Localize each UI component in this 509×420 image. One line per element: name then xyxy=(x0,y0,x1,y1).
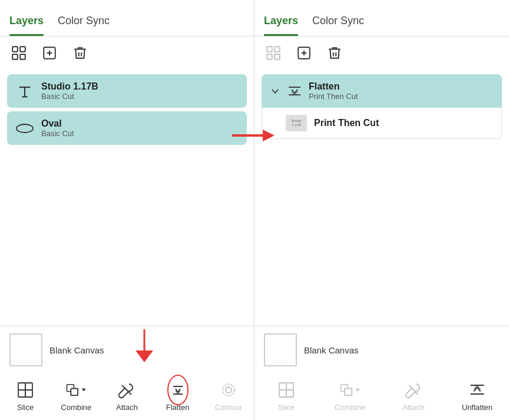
left-toolbar xyxy=(0,37,254,70)
right-tab-color-sync[interactable]: Color Sync xyxy=(312,8,364,36)
svg-rect-38 xyxy=(279,390,286,397)
right-bottom-bar: Blank Canvas Slice xyxy=(254,326,509,420)
svg-rect-36 xyxy=(279,383,286,390)
flatten-button[interactable]: Flatten xyxy=(160,379,196,412)
svg-rect-0 xyxy=(12,47,18,52)
svg-rect-14 xyxy=(25,383,32,390)
left-layers-list: Studio 1.17B Basic Cut Oval Basic Cut xyxy=(0,70,254,326)
left-canvas-thumb xyxy=(9,333,42,366)
right-panel: Layers Color Sync xyxy=(254,0,509,420)
flatten-group-name: Flatten xyxy=(309,81,358,92)
layer-item-oval[interactable]: Oval Basic Cut xyxy=(7,111,247,145)
flatten-label: Flatten xyxy=(166,403,190,412)
svg-rect-29 xyxy=(267,54,272,59)
flatten-circle xyxy=(167,375,189,405)
svg-point-10 xyxy=(16,124,33,133)
right-toolbar xyxy=(254,37,509,70)
flatten-layer-icon xyxy=(285,82,304,101)
svg-rect-1 xyxy=(20,47,25,52)
svg-rect-30 xyxy=(275,54,280,59)
flatten-group: Flatten Print Then Cut Studio1.17B Print… xyxy=(262,74,502,139)
unflatten-icon xyxy=(467,379,488,401)
svg-marker-20 xyxy=(82,388,86,391)
flatten-group-text: Flatten Print Then Cut xyxy=(309,81,358,101)
child-layer-text: Print Then Cut xyxy=(314,118,379,128)
right-add-layer-icon[interactable] xyxy=(295,44,313,62)
right-action-bar: Slice Combine xyxy=(254,373,509,420)
right-combine-icon xyxy=(339,379,361,401)
right-canvas-label: Blank Canvas xyxy=(304,345,359,355)
right-combine-label: Combine xyxy=(335,403,365,412)
chevron-down-icon xyxy=(270,86,280,97)
svg-marker-26 xyxy=(263,130,275,141)
right-delete-layer-icon[interactable] xyxy=(325,44,344,62)
svg-point-24 xyxy=(226,387,232,393)
flatten-group-header[interactable]: Flatten Print Then Cut xyxy=(262,74,502,108)
svg-rect-37 xyxy=(286,383,293,390)
child-thumb: Studio1.17B xyxy=(286,115,307,131)
contour-icon xyxy=(218,379,239,401)
right-arrow xyxy=(230,124,277,147)
right-attach-button[interactable]: Attach xyxy=(396,379,431,412)
svg-rect-3 xyxy=(20,54,25,59)
svg-point-23 xyxy=(223,384,234,396)
svg-rect-16 xyxy=(25,390,32,397)
svg-rect-15 xyxy=(18,390,25,397)
contour-label: Contour xyxy=(215,403,242,412)
unflatten-label: Unflatten xyxy=(462,403,493,412)
left-canvas-label: Blank Canvas xyxy=(49,345,104,355)
layer-name-oval: Oval xyxy=(41,118,74,129)
layer-name-studio: Studio 1.17B xyxy=(41,81,98,92)
right-tabs: Layers Color Sync xyxy=(254,0,509,37)
right-attach-label: Attach xyxy=(403,403,425,412)
left-action-bar: Slice Combine xyxy=(0,373,254,420)
right-slice-label: Slice xyxy=(278,403,295,412)
child-layer-name: Print Then Cut xyxy=(314,118,379,128)
left-panel: Layers Color Sync xyxy=(0,0,254,420)
right-combine-button[interactable]: Combine xyxy=(332,379,368,412)
right-tab-layers[interactable]: Layers xyxy=(264,8,298,36)
combine-icon xyxy=(65,379,87,401)
right-blank-canvas-row: Blank Canvas xyxy=(254,326,509,373)
add-layer-icon[interactable] xyxy=(40,44,59,62)
right-slice-icon xyxy=(276,379,297,401)
slice-icon xyxy=(15,379,36,401)
right-canvas-thumb xyxy=(264,333,297,366)
left-tab-color-sync[interactable]: Color Sync xyxy=(58,8,110,36)
layer-text-oval: Oval Basic Cut xyxy=(41,118,74,138)
layer-text-studio: Studio 1.17B Basic Cut xyxy=(41,81,98,101)
svg-rect-2 xyxy=(12,54,18,59)
combine-button[interactable]: Combine xyxy=(58,379,94,412)
left-blank-canvas-row: Blank Canvas xyxy=(0,326,254,373)
svg-rect-27 xyxy=(267,47,272,52)
combine-label: Combine xyxy=(61,403,91,412)
attach-label: Attach xyxy=(116,403,138,412)
flatten-child-item[interactable]: Studio1.17B Print Then Cut xyxy=(262,108,502,139)
flatten-group-type: Print Then Cut xyxy=(309,92,358,101)
svg-rect-18 xyxy=(71,388,78,395)
svg-rect-13 xyxy=(18,383,25,390)
flatten-arrow-indicator xyxy=(130,329,159,367)
unflatten-button[interactable]: Unflatten xyxy=(460,379,495,412)
svg-rect-41 xyxy=(345,388,352,395)
right-attach-icon xyxy=(403,379,424,401)
left-tab-layers[interactable]: Layers xyxy=(9,8,44,36)
slice-button[interactable]: Slice xyxy=(8,379,43,412)
svg-marker-43 xyxy=(355,388,359,391)
right-slice-button[interactable]: Slice xyxy=(269,379,304,412)
right-group-icon[interactable] xyxy=(264,44,283,62)
slice-label: Slice xyxy=(17,403,34,412)
delete-layer-icon[interactable] xyxy=(71,44,90,62)
layer-item-studio[interactable]: Studio 1.17B Basic Cut xyxy=(7,74,247,108)
layer-type-oval: Basic Cut xyxy=(41,129,74,138)
text-layer-icon xyxy=(15,82,34,101)
contour-button[interactable]: Contour xyxy=(211,379,246,412)
group-icon[interactable] xyxy=(9,44,28,62)
oval-layer-icon xyxy=(15,119,34,138)
flatten-icon xyxy=(167,379,189,401)
svg-rect-39 xyxy=(286,390,293,397)
layer-type-studio: Basic Cut xyxy=(41,92,98,101)
attach-button[interactable]: Attach xyxy=(109,379,144,412)
attach-icon xyxy=(116,379,137,401)
left-tabs: Layers Color Sync xyxy=(0,0,254,37)
